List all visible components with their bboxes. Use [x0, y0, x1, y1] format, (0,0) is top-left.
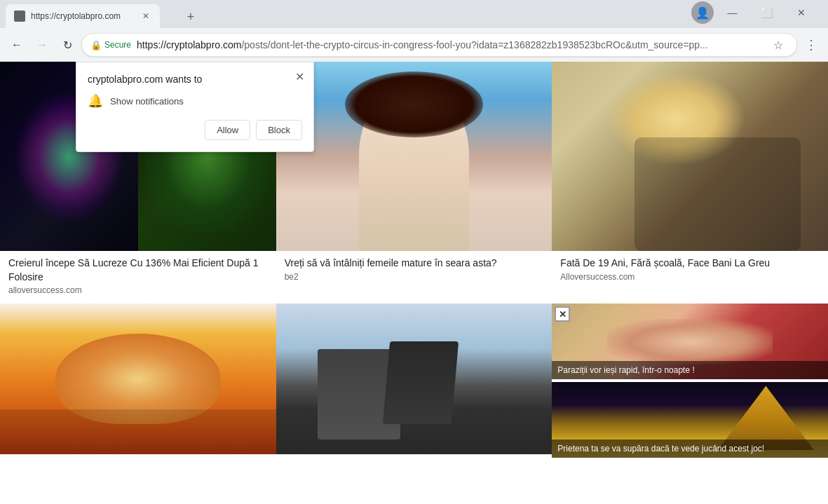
popup-buttons: Allow Block	[88, 120, 302, 140]
notification-popup: ✕ cryptolabpro.com wants to 🔔 Show notif…	[76, 62, 314, 152]
popup-close-button[interactable]: ✕	[291, 68, 308, 85]
menu-button[interactable]: ⋮	[800, 34, 822, 56]
active-tab[interactable]: https://cryptolabpro.com ✕	[6, 4, 160, 28]
notification-row: 🔔 Show notifications	[88, 93, 302, 109]
url-domain: https://cryptolabpro.com	[137, 39, 241, 50]
tab-spacer	[160, 4, 181, 28]
small-ad-close-button[interactable]: ✕	[555, 306, 570, 322]
window-controls: 👤 — ⬜ ✕	[691, 1, 822, 28]
ad-caption-2: Vreți să vă întâlniți femeile mature în …	[276, 251, 552, 290]
bell-icon: 🔔	[88, 93, 103, 109]
ad-image-2	[276, 62, 552, 251]
small-ads-container: ✕ Paraziții vor ieși rapid, într-o noapt…	[552, 304, 828, 458]
small-ad-1[interactable]: ✕ Paraziții vor ieși rapid, într-o noapt…	[552, 304, 828, 379]
bottom-ad-grid: ✕ Paraziții vor ieși rapid, într-o noapt…	[0, 304, 828, 458]
popup-title: cryptolabpro.com wants to	[88, 74, 302, 85]
small-ad-2[interactable]: Prietena ta se va supăra dacă te vede ju…	[552, 382, 828, 458]
ad-image-bottom-1	[0, 304, 276, 454]
url-path: /posts/dont-let-the-crypto-circus-in-con…	[241, 39, 707, 50]
address-bar[interactable]: 🔒 Secure https://cryptolabpro.com/posts/…	[81, 33, 797, 57]
ad-title-1: Creierul începe Să Lucreze Cu 136% Mai E…	[8, 257, 268, 284]
small-ad-overlay-2: Prietena ta se va supăra dacă te vede ju…	[552, 440, 828, 458]
lock-icon: 🔒	[90, 40, 102, 50]
page-content: ✕ cryptolabpro.com wants to 🔔 Show notif…	[0, 62, 828, 504]
tab-title: https://cryptolabpro.com	[31, 11, 135, 21]
ad-bottom-1[interactable]	[0, 304, 276, 458]
forward-button[interactable]: →	[31, 34, 53, 56]
ad-source-2: be2	[285, 272, 544, 282]
bookmark-button[interactable]: ☆	[768, 35, 788, 55]
allow-button[interactable]: Allow	[205, 120, 250, 140]
ad-item-3[interactable]: Fată De 19 Ani, Fără școală, Face Bani L…	[552, 62, 828, 304]
toolbar: ← → ↻ 🔒 Secure https://cryptolabpro.com/…	[0, 28, 828, 62]
ad-item-2[interactable]: Vreți să vă întâlniți femeile mature în …	[276, 62, 552, 304]
ad-source-1: alloversuccess.com	[8, 285, 268, 295]
new-tab-button[interactable]: +	[181, 7, 201, 27]
secure-badge: 🔒 Secure	[90, 40, 131, 50]
ad-title-3: Fată De 19 Ani, Fără școală, Face Bani L…	[560, 257, 820, 271]
browser-frame: https://cryptolabpro.com ✕ + 👤 — ⬜ ✕ ← →…	[0, 0, 828, 504]
block-button[interactable]: Block	[256, 120, 302, 140]
close-button[interactable]: ✕	[785, 3, 817, 22]
reload-button[interactable]: ↻	[56, 34, 79, 56]
restore-button[interactable]: ⬜	[751, 3, 782, 22]
profile-icon: 👤	[695, 6, 710, 20]
notification-label: Show notifications	[110, 96, 184, 107]
profile-button[interactable]: 👤	[691, 1, 714, 24]
ad-bottom-3: ✕ Paraziții vor ieși rapid, într-o noapt…	[552, 304, 828, 458]
tab-close-button[interactable]: ✕	[140, 11, 151, 22]
toolbar-right: ⋮	[800, 34, 822, 56]
ad-caption-1: Creierul începe Să Lucreze Cu 136% Mai E…	[0, 251, 276, 304]
minimize-button[interactable]: —	[717, 3, 748, 22]
ad-title-2: Vreți să vă întâlniți femeile mature în …	[285, 257, 544, 271]
ad-image-3	[552, 62, 828, 251]
ad-image-bottom-2	[276, 304, 552, 454]
ad-bottom-2[interactable]	[276, 304, 552, 458]
tab-favicon	[14, 11, 25, 22]
url-display[interactable]: https://cryptolabpro.com/posts/dont-let-…	[137, 39, 763, 50]
ad-caption-3: Fată De 19 Ani, Fără școală, Face Bani L…	[552, 251, 828, 290]
small-ad-overlay-1: Paraziții vor ieși rapid, într-o noapte …	[552, 361, 828, 379]
secure-label: Secure	[104, 40, 131, 50]
tab-bar: https://cryptolabpro.com ✕ + 👤 — ⬜ ✕	[0, 0, 828, 28]
ad-source-3: Alloversuccess.com	[560, 272, 820, 282]
back-button[interactable]: ←	[6, 34, 28, 56]
